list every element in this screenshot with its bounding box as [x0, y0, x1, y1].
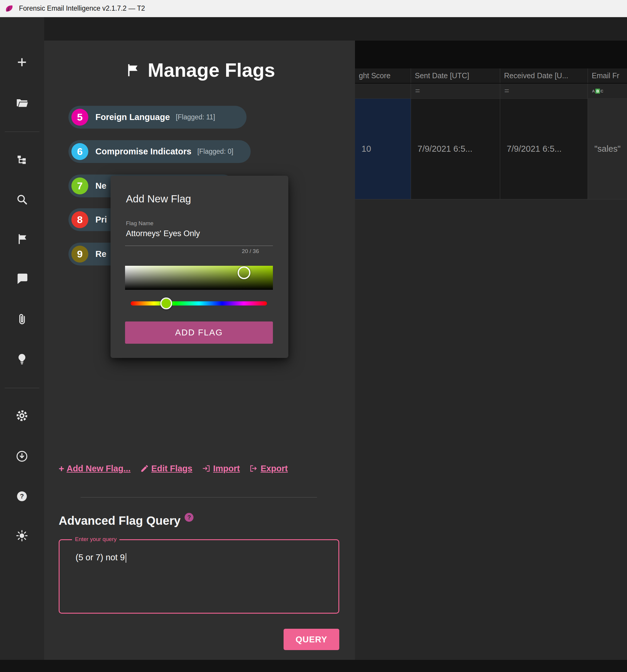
panel-header: Manage Flags — [44, 59, 355, 81]
filter-sent-date[interactable]: = — [411, 83, 500, 98]
table-header-row: ght Score Sent Date [UTC] Received Date … — [355, 68, 627, 83]
flag-actions-row: + Add New Flag... Edit Flags Import Expo… — [59, 461, 288, 476]
attachments-icon[interactable] — [16, 313, 28, 326]
flag-name-label: Flag Name — [126, 220, 153, 227]
table-filter-row: = = ABC — [355, 83, 627, 99]
flag-icon — [124, 62, 140, 78]
filter-weight-score[interactable] — [355, 83, 411, 98]
query-input[interactable]: Enter your query (5 or 7) not 9 — [59, 539, 339, 614]
plus-icon: + — [59, 463, 64, 474]
saturation-picker-handle[interactable] — [238, 266, 250, 279]
sidebar-divider — [5, 388, 40, 388]
import-icon — [202, 464, 211, 473]
filter-received-date[interactable]: = — [500, 83, 587, 98]
flag-number: 6 — [77, 146, 83, 157]
query-button[interactable]: QUERY — [284, 629, 339, 650]
flag-item-6[interactable]: 6 Compromise Indicators [Flagged: 0] — [69, 140, 251, 163]
flag-color-badge: 6 — [71, 143, 88, 160]
export-icon — [249, 464, 258, 473]
query-help-icon[interactable]: ? — [185, 513, 193, 522]
import-label: Import — [213, 464, 240, 474]
hue-slider-thumb[interactable] — [160, 297, 172, 309]
query-input-label: Enter your query — [72, 536, 119, 543]
flag-color-badge: 9 — [71, 246, 88, 263]
abc-text-filter-icon: ABC — [592, 89, 603, 94]
open-folder-icon[interactable] — [16, 96, 28, 109]
section-divider — [80, 497, 317, 498]
column-header-weight-score[interactable]: ght Score — [355, 68, 411, 83]
add-icon[interactable] — [16, 56, 28, 69]
add-flag-button[interactable]: ADD FLAG — [125, 321, 273, 344]
flag-count: [Flagged: 0] — [197, 148, 233, 155]
flag-count: [Flagged: 11] — [176, 113, 215, 121]
flag-number: 8 — [77, 214, 83, 225]
page-title: Manage Flags — [148, 59, 275, 81]
flag-label: Re — [95, 249, 106, 259]
search-icon[interactable] — [16, 193, 28, 206]
app-window: Forensic Email Intelligence v2.1.7.2 — T… — [0, 0, 627, 672]
theme-brightness-icon[interactable] — [16, 529, 28, 542]
cell-sent-date: 7/9/2021 6:5... — [411, 99, 500, 199]
flag-number: 7 — [77, 180, 83, 192]
flag-label: Foreign Language — [95, 112, 170, 122]
flag-name-input[interactable]: Attorneys' Eyes Only — [126, 229, 200, 238]
equals-filter-icon: = — [415, 86, 420, 96]
edit-flags-label: Edit Flags — [151, 464, 193, 474]
help-icon[interactable]: ? — [16, 490, 28, 503]
import-link[interactable]: Import — [202, 464, 240, 474]
table-row[interactable]: 10 7/9/2021 6:5... 7/9/2021 6:5... "sale… — [355, 99, 627, 199]
edit-flags-link[interactable]: Edit Flags — [140, 464, 193, 474]
pencil-icon — [140, 464, 149, 473]
flag-color-badge: 5 — [71, 109, 88, 126]
table-toolbar — [355, 41, 627, 68]
flag-label: Ne — [95, 181, 106, 191]
evidence-tree-icon[interactable] — [16, 153, 28, 167]
flag-color-badge: 7 — [71, 177, 88, 194]
flag-number: 9 — [77, 248, 83, 260]
char-counter: 20 / 36 — [125, 248, 259, 255]
comments-icon[interactable] — [16, 272, 28, 285]
cell-email-from: "sales" — [587, 99, 627, 199]
hue-slider[interactable] — [131, 301, 267, 306]
export-label: Export — [261, 464, 288, 474]
cell-weight-score: 10 — [355, 99, 411, 199]
add-new-flag-link[interactable]: + Add New Flag... — [59, 463, 131, 474]
add-new-flag-dialog: Add New Flag Flag Name Attorneys' Eyes O… — [111, 176, 288, 358]
query-input-value: (5 or 7) not 9 — [76, 553, 126, 563]
color-saturation-area[interactable] — [125, 266, 273, 290]
equals-filter-icon: = — [504, 86, 509, 96]
column-header-sent-date[interactable]: Sent Date [UTC] — [411, 68, 500, 83]
flag-color-badge: 8 — [71, 211, 88, 228]
advanced-query-header: Advanced Flag Query ? — [59, 514, 193, 527]
flag-label: Compromise Indicators — [95, 147, 191, 157]
dialog-title: Add New Flag — [126, 193, 191, 205]
window-title: Forensic Email Intelligence v2.1.7.2 — T… — [19, 4, 145, 13]
input-underline — [125, 246, 273, 246]
add-new-flag-label: Add New Flag... — [67, 464, 131, 474]
titlebar: Forensic Email Intelligence v2.1.7.2 — T… — [0, 0, 627, 17]
export-link[interactable]: Export — [249, 464, 288, 474]
settings-gear-icon[interactable] — [16, 409, 28, 422]
text-caret — [126, 553, 126, 563]
flags-icon[interactable] — [16, 233, 28, 246]
updates-download-icon[interactable] — [16, 450, 28, 463]
sidebar: ? — [0, 17, 44, 660]
table-empty-area — [355, 199, 627, 660]
status-strip — [0, 660, 627, 672]
cell-received-date: 7/9/2021 6:5... — [500, 99, 587, 199]
flag-item-5[interactable]: 5 Foreign Language [Flagged: 11] — [69, 106, 246, 128]
svg-text:?: ? — [20, 493, 24, 500]
column-header-received-date[interactable]: Received Date [U... — [500, 68, 587, 83]
insights-icon[interactable] — [16, 353, 28, 366]
flag-number: 5 — [77, 112, 83, 123]
app-logo-icon — [4, 4, 14, 14]
sidebar-divider — [5, 131, 40, 132]
filter-email-from[interactable]: ABC — [587, 83, 627, 98]
advanced-query-title: Advanced Flag Query — [59, 514, 180, 527]
column-header-email-from[interactable]: Email Fr — [587, 68, 627, 83]
flag-label: Pri — [95, 215, 107, 224]
